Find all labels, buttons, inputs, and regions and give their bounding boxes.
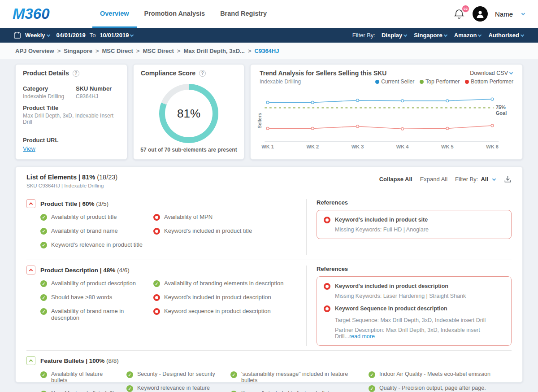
notification-bell[interactable]: 02 [454,8,465,20]
trend-line-chart[interactable]: WK 1WK 2WK 3WK 4WK 5WK 6Sellers75%Goal [257,86,516,153]
compliance-score-card: Compliance Score 81% 57 out of 70 sub-el… [133,64,244,160]
compliance-score-title: Compliance Score [141,70,195,77]
collapse-section-button[interactable] [26,199,35,208]
svg-text:Goal: Goal [496,110,507,116]
tab-promotion-analysis[interactable]: Promotion Analysis [137,0,213,28]
user-avatar[interactable] [473,6,488,22]
main-nav: Overview Promotion Analysis Brand Regist… [92,0,274,28]
filter-dropdown[interactable]: Amazon [454,32,482,39]
list-of-elements-card: List of Elements | 81% (18/23) SKU C9364… [15,166,523,383]
date-to-label: To [90,32,96,39]
breadcrumb-item[interactable]: Singapore [64,48,102,54]
period-dropdown[interactable]: Weekly [25,32,51,39]
reference-entry: Keyword's included in product site Missi… [324,216,504,233]
tab-overview[interactable]: Overview [92,0,137,28]
status-icon [40,371,47,378]
elements-title: List of Elements | 81% (18/23) [26,174,117,181]
section-title: Product Title | 60% (3/5) [40,200,108,207]
expand-all-button[interactable]: Expand All [420,176,447,183]
date-from[interactable]: 04/01/2019 [56,32,86,39]
checklist-item: Keyword relevance in feature bullets [126,385,230,392]
filter-dropdown[interactable]: Authorised [488,32,525,39]
legend-dot-icon [375,80,379,84]
elements-filter-dropdown[interactable]: Filter By: All [455,176,496,183]
filter-dropdown[interactable]: Display [382,32,408,39]
date-to-dropdown[interactable]: 10/01/2019 [100,32,134,39]
sku-value: C9364HJ [76,93,120,100]
read-more-link[interactable]: read more [349,333,375,340]
trend-legend: Current Seller Top Performer Bottom Perf… [375,78,513,85]
status-icon [369,371,375,378]
download-tray-icon [504,175,512,183]
checklist-item: Availability of branding elements in des… [153,280,283,287]
status-icon [40,214,47,221]
status-icon [40,228,47,235]
svg-text:WK 4: WK 4 [396,144,409,149]
download-csv-button[interactable]: Download CSV [470,70,513,76]
status-icon [153,214,160,221]
breadcrumb-item[interactable]: Max Drill Depth, 3xD... [183,48,254,54]
status-icon [153,308,160,315]
status-icon [230,371,237,378]
breadcrumb-current: C9364HJ [255,48,279,54]
breadcrumb-item[interactable]: MSC Direct [102,48,143,54]
legend-item: Bottom Performer [465,78,513,85]
section-title: Product Description | 48% (4/6) [40,267,130,274]
legend-item: Current Seller [375,78,414,85]
chevron-down-icon [478,33,482,36]
product-title-label: Product Title [23,105,120,111]
status-icon [40,294,47,301]
chevron-down-icon [130,33,134,37]
chevron-up-icon [29,269,33,272]
elements-subtitle: SKU C9364HJ | Indexable Drilling [26,183,117,188]
trend-subtitle: Indexable Drilling [260,78,301,85]
download-elements-button[interactable] [504,175,512,183]
collapse-all-button[interactable]: Collapse All [379,176,412,183]
breadcrumb-item[interactable]: APJ Overview [15,48,64,54]
breadcrumb-item[interactable]: MSC Direct [143,48,183,54]
question-mark-circle-icon[interactable] [73,70,79,77]
legend-dot-icon [465,80,469,84]
chevron-up-icon [29,202,33,206]
tab-brand-registry[interactable]: Brand Registry [213,0,274,28]
chevron-down-icon[interactable] [521,12,525,15]
product-title-value: Max Drill Depth, 3xD, Indexable Insert D… [23,113,120,125]
svg-text:WK 2: WK 2 [306,144,319,149]
references-panel: References Keyword's included in product… [306,199,512,255]
reference-entry: Keyword's included in product descriptio… [324,283,504,299]
checklist-item: Availability of product description [40,280,153,287]
status-icon [126,371,133,378]
status-icon [153,294,160,301]
checklist-item: 'sustainability message" included in fea… [230,371,369,383]
status-icon [126,385,133,392]
collapse-section-button[interactable] [26,356,35,365]
notification-badge: 02 [462,5,469,13]
filter-dropdown[interactable]: Singapore [414,32,448,39]
checklist-item: Keyword's included in feature bullets [230,390,369,392]
view-product-link[interactable]: View [23,145,35,152]
collapse-section-button[interactable] [26,266,35,274]
question-mark-circle-icon[interactable] [199,70,206,77]
status-icon [40,242,47,248]
svg-text:WK 3: WK 3 [351,144,364,149]
section-title: Feature Bullets | 100% (8/8) [40,357,119,364]
chevron-down-icon [46,33,50,37]
calendar-icon [13,31,21,39]
legend-item: Top Performer [420,78,460,85]
checklist-item: Availability of brand name in descriptio… [40,308,153,321]
checklist-item: Keyword's relevance in product title [40,241,153,248]
checklist-item: Keyword sequence in product description [153,308,283,315]
filter-dropdowns: Display Singapore Amazon Authorised [382,32,525,39]
chevron-down-icon [492,177,496,180]
legend-dot-icon [420,80,424,84]
chevron-up-icon [29,359,33,363]
checklist-item: Quality - Precision output, page after p… [369,385,512,392]
product-details-card: Product Details Category Indexable Drill… [15,64,127,160]
reference-entry: Keyword Sequence in product description … [324,305,504,340]
svg-text:M360: M360 [13,5,50,22]
svg-text:75%: 75% [496,105,506,110]
filter-bar: Weekly 04/01/2019 To 10/01/2019 Filter B… [0,28,538,43]
svg-text:WK 5: WK 5 [441,144,454,149]
trend-analysis-card: Trend Analysis for Sellers Selling this … [250,64,523,160]
m360-logo[interactable]: M360 [13,5,65,23]
